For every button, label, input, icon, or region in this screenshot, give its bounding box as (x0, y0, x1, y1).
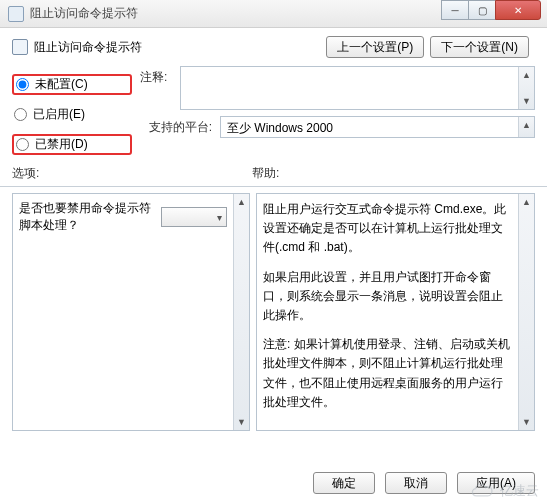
option-row: 是否也要禁用命令提示符脚本处理？ ▾ (19, 200, 227, 234)
watermark-text: 亿速云 (500, 482, 539, 500)
radio-enabled[interactable]: 已启用(E) (12, 105, 132, 124)
scroll-down-icon[interactable]: ▼ (519, 414, 534, 430)
window-controls: ─ ▢ ✕ (442, 0, 541, 20)
notes-label: 注释: (140, 66, 172, 86)
ok-button[interactable]: 确定 (313, 472, 375, 494)
options-label: 选项: (12, 165, 252, 182)
option-combobox[interactable]: ▾ (161, 207, 227, 227)
platform-label: 支持的平台: (140, 116, 212, 136)
options-scrollbar[interactable]: ▲ ▼ (233, 194, 249, 430)
state-radio-group: 未配置(C) 已启用(E) 已禁用(D) (12, 74, 132, 155)
watermark: 亿速云 (470, 482, 539, 500)
scroll-down-icon[interactable]: ▼ (519, 93, 534, 109)
help-paragraph: 如果启用此设置，并且用户试图打开命令窗口，则系统会显示一条消息，说明设置会阻止此… (263, 268, 512, 326)
close-button[interactable]: ✕ (495, 0, 541, 20)
maximize-button[interactable]: ▢ (468, 0, 496, 20)
section-labels: 选项: 帮助: (0, 159, 547, 184)
options-pane: 是否也要禁用命令提示符脚本处理？ ▾ ▲ ▼ (12, 193, 250, 431)
help-paragraph: 注意: 如果计算机使用登录、注销、启动或关机批处理文件脚本，则不阻止计算机运行批… (263, 335, 512, 412)
help-paragraph: 阻止用户运行交互式命令提示符 Cmd.exe。此设置还确定是否可以在计算机上运行… (263, 200, 512, 258)
config-row: 未配置(C) 已启用(E) 已禁用(D) 注释: ▲ ▼ 支持的平台: (0, 64, 547, 159)
radio-not-configured[interactable]: 未配置(C) (12, 74, 132, 95)
help-pane: 阻止用户运行交互式命令提示符 Cmd.exe。此设置还确定是否可以在计算机上运行… (256, 193, 535, 431)
radio-disabled-input[interactable] (16, 138, 29, 151)
cloud-icon (470, 482, 496, 500)
radio-column: 未配置(C) 已启用(E) 已禁用(D) (12, 66, 132, 155)
minimize-button[interactable]: ─ (441, 0, 469, 20)
window-icon (8, 6, 24, 22)
scroll-up-icon[interactable]: ▲ (519, 117, 534, 133)
radio-disabled[interactable]: 已禁用(D) (12, 134, 132, 155)
header-row: 阻止访问命令提示符 上一个设置(P) 下一个设置(N) (0, 28, 547, 64)
details-column: 注释: ▲ ▼ 支持的平台: 至少 Windows 2000 ▲ (140, 66, 535, 155)
platform-scrollbar[interactable]: ▲ (518, 117, 534, 137)
notes-textarea[interactable]: ▲ ▼ (180, 66, 535, 110)
help-scrollbar[interactable]: ▲ ▼ (518, 194, 534, 430)
cancel-button[interactable]: 取消 (385, 472, 447, 494)
radio-enabled-input[interactable] (14, 108, 27, 121)
main-panes: 是否也要禁用命令提示符脚本处理？ ▾ ▲ ▼ 阻止用户运行交互式命令提示符 Cm… (0, 187, 547, 431)
platform-textarea[interactable]: 至少 Windows 2000 ▲ (220, 116, 535, 138)
policy-title: 阻止访问命令提示符 (34, 39, 326, 56)
scroll-up-icon[interactable]: ▲ (519, 67, 534, 83)
policy-icon (12, 39, 28, 55)
option-question-label: 是否也要禁用命令提示符脚本处理？ (19, 200, 157, 234)
platform-value: 至少 Windows 2000 (227, 121, 333, 135)
radio-disabled-label: 已禁用(D) (35, 136, 88, 153)
nav-buttons: 上一个设置(P) 下一个设置(N) (326, 36, 535, 58)
notes-scrollbar[interactable]: ▲ ▼ (518, 67, 534, 109)
title-bar: 阻止访问命令提示符 ─ ▢ ✕ (0, 0, 547, 28)
scroll-up-icon[interactable]: ▲ (519, 194, 534, 210)
help-label: 帮助: (252, 165, 535, 182)
next-setting-button[interactable]: 下一个设置(N) (430, 36, 529, 58)
radio-enabled-label: 已启用(E) (33, 106, 85, 123)
scroll-down-icon[interactable]: ▼ (234, 414, 249, 430)
platform-row: 支持的平台: 至少 Windows 2000 ▲ (140, 116, 535, 138)
prev-setting-button[interactable]: 上一个设置(P) (326, 36, 424, 58)
scroll-up-icon[interactable]: ▲ (234, 194, 249, 210)
radio-not-configured-label: 未配置(C) (35, 76, 88, 93)
radio-not-configured-input[interactable] (16, 78, 29, 91)
